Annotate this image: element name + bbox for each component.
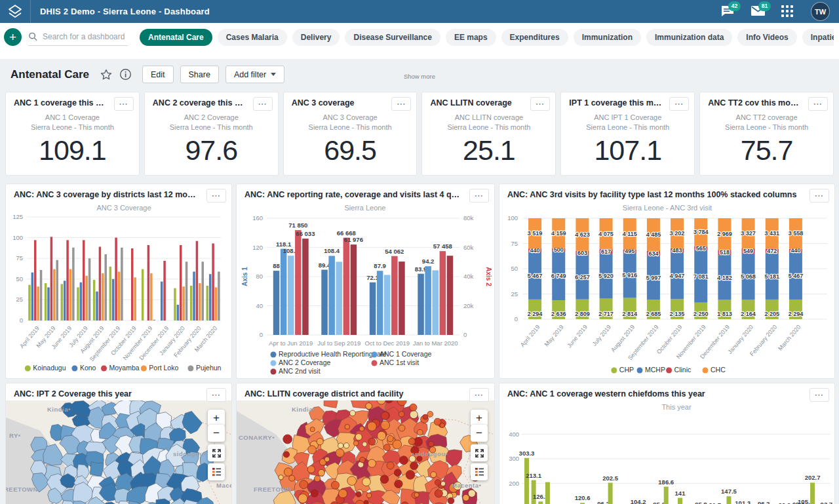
stat-card-title: ANC TT2 cov this month (708, 98, 802, 107)
card-more-button[interactable]: ⋯ (469, 388, 489, 402)
svg-text:ANC 1 Coverage: ANC 1 Coverage (380, 350, 432, 358)
legend-item[interactable]: CHP (611, 366, 634, 374)
map-fullscreen-button[interactable] (208, 444, 225, 461)
svg-text:303.3: 303.3 (519, 450, 535, 457)
messages-icon[interactable]: 42 (720, 5, 735, 19)
stat-value: 107.1 (561, 134, 694, 166)
svg-text:CHC: CHC (711, 366, 726, 374)
dashboard-chip[interactable]: Disease Surveillance (345, 29, 440, 46)
card-more-button[interactable]: ⋯ (469, 189, 489, 203)
card-more-button[interactable]: ⋯ (391, 97, 411, 111)
legend-item[interactable]: Koinadugu (25, 364, 66, 372)
search-input[interactable] (41, 31, 128, 42)
svg-text:617: 617 (601, 248, 611, 255)
map-layers-button[interactable] (471, 463, 488, 480)
stat-card-title: ANC LLITN coverage (430, 98, 524, 107)
legend-item[interactable]: ANC 1 Coverage (372, 350, 432, 358)
info-icon[interactable] (119, 68, 132, 81)
svg-text:147.5: 147.5 (721, 488, 737, 495)
stat-subtitle: Sierra Leone - This month (561, 123, 694, 132)
legend-item[interactable]: ANC 2nd visit (271, 367, 321, 375)
legend-item[interactable]: CHC (703, 366, 726, 374)
apps-menu-icon[interactable] (781, 5, 795, 19)
map-zoom-out-button[interactable]: − (208, 425, 225, 442)
map-zoom-out-button[interactable]: − (471, 425, 488, 442)
dashboard-chip[interactable]: Immunization (574, 29, 641, 46)
svg-text:160: 160 (252, 214, 263, 222)
chart-card-stacked: ANC: ANC 3rd visits by facility type las… (499, 184, 835, 379)
card-more-button[interactable]: ⋯ (114, 97, 134, 111)
svg-text:4 182: 4 182 (717, 275, 732, 281)
svg-text:80: 80 (256, 273, 263, 280)
svg-text:2 164: 2 164 (741, 311, 756, 317)
dashboard-chip[interactable]: Info Videos (737, 29, 796, 46)
legend-item[interactable]: Clinic (666, 366, 691, 374)
svg-text:Jan to Mar 2020: Jan to Mar 2020 (413, 339, 458, 347)
card-more-button[interactable]: ⋯ (530, 97, 550, 111)
svg-text:2 717: 2 717 (598, 311, 614, 317)
map-place-label: Macer (216, 482, 231, 489)
legend-item[interactable]: ANC 2 Coverage (271, 359, 331, 366)
svg-text:90.9: 90.9 (779, 501, 791, 504)
dashboard-search[interactable] (28, 28, 128, 46)
legend-item[interactable]: Port Loko (141, 364, 179, 372)
svg-text:50: 50 (16, 275, 23, 282)
legend-item[interactable]: Pujehun (187, 364, 221, 372)
svg-text:4 623: 4 623 (575, 231, 590, 238)
dashboard-chip[interactable]: EE maps (446, 29, 496, 46)
svg-text:2 135: 2 135 (670, 311, 685, 317)
facility-map[interactable]: Kindia•CONAKRY•ssidougou•FREETOWNMacenta… (237, 400, 494, 504)
new-dashboard-button[interactable]: + (4, 28, 22, 46)
mail-icon[interactable]: 81 (751, 5, 765, 19)
card-more-button[interactable]: ⋯ (810, 189, 829, 203)
dhis2-logo-icon[interactable] (0, 0, 31, 23)
dashboard-chip[interactable]: Delivery (292, 29, 340, 46)
legend-item[interactable]: Moyamba (101, 364, 140, 372)
dashboards-bar: + Antenatal CareCases MalariaDeliveryDis… (0, 23, 839, 59)
dashboard-chip[interactable]: Immunization data (646, 29, 732, 46)
legend-item[interactable]: Kono (71, 364, 96, 372)
chart-title: ANC: ANC reporting rate, coverage and vi… (244, 190, 463, 199)
dashboard-chip[interactable]: Antenatal Care (140, 29, 212, 46)
add-filter-button[interactable]: Add filter (225, 66, 284, 83)
svg-text:0: 0 (515, 315, 518, 322)
chart-card-anc3-districts: ANC: ANC 3 coverage by districts last 12… (5, 184, 232, 379)
svg-text:5 997: 5 997 (646, 275, 661, 281)
choropleth-map[interactable]: Kindia•RY•sidougou•REETOWNMacer (6, 400, 231, 504)
user-avatar[interactable]: TW (811, 2, 830, 21)
star-icon[interactable] (100, 68, 113, 81)
dashboard-chip[interactable]: Cases Malaria (218, 29, 287, 46)
card-more-button[interactable]: ⋯ (669, 97, 689, 111)
map-fullscreen-button[interactable] (471, 444, 488, 461)
legend-item[interactable]: MCHP (637, 366, 665, 374)
edit-button[interactable]: Edit (142, 66, 174, 83)
stat-card: ANC TT2 cov this month⋯ANC TT2 coverageS… (699, 92, 834, 176)
svg-text:202.5: 202.5 (602, 475, 618, 482)
svg-text:0: 0 (20, 317, 23, 324)
messages-badge: 42 (728, 1, 741, 11)
stat-card: ANC 3 coverage⋯ANC 3 CoverageSierra Leon… (283, 92, 418, 176)
map-place-label: RY• (9, 432, 21, 439)
header-bar: DHIS 2 Demo - Sierra Leone - Dashboard 4… (0, 0, 839, 23)
search-icon (28, 31, 38, 42)
card-more-button[interactable]: ⋯ (253, 97, 273, 111)
card-more-button[interactable]: ⋯ (808, 97, 828, 111)
svg-text:MCHP: MCHP (645, 366, 665, 374)
dashboard-chip[interactable]: Expenditures (501, 29, 568, 46)
dashboard-chip-list: Antenatal CareCases MalariaDeliveryDisea… (140, 29, 834, 46)
stat-subtitle: Sierra Leone - This month (284, 123, 417, 132)
stat-card-title: IPT 1 coverage this month (569, 98, 663, 107)
card-more-button[interactable]: ⋯ (206, 189, 226, 203)
map-layers-button[interactable] (208, 463, 225, 480)
card-more-button[interactable]: ⋯ (206, 388, 226, 402)
share-button[interactable]: Share (180, 66, 219, 83)
svg-text:66 668: 66 668 (337, 229, 356, 237)
legend-item[interactable]: Reproductive Health Reporting rate (271, 350, 387, 358)
svg-text:3 202: 3 202 (670, 230, 685, 237)
dashboard-chip[interactable]: Inpatient BMI, Weight and Height (802, 29, 834, 46)
svg-text:518: 518 (720, 249, 730, 256)
svg-text:Port Loko: Port Loko (149, 364, 178, 372)
card-more-button[interactable]: ⋯ (810, 388, 829, 402)
legend-item[interactable]: ANC 1st visit (372, 359, 420, 366)
stat-card-title: ANC 3 coverage (292, 98, 385, 107)
